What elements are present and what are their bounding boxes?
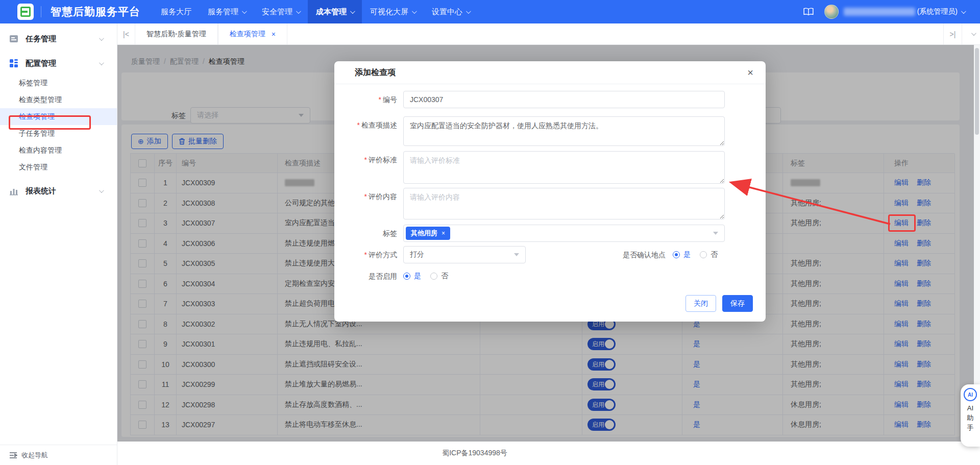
chevron-down-icon [961,9,966,14]
desc-textarea[interactable]: 室内应配置适当的安全防护器材，使用人应熟悉其使用方法。 [403,116,725,146]
field-row-desc: *检查项描述 室内应配置适当的安全防护器材，使用人应熟悉其使用方法。 [334,116,766,146]
required-asterisk: * [364,156,367,164]
tabs-scroll-right-icon[interactable]: >| [943,23,962,44]
code-label: 编号 [383,95,397,104]
tab-close-icon[interactable]: × [272,30,276,38]
task-icon [9,34,18,43]
enabled-label: 是否启用 [369,272,397,280]
tags-label: 标签 [383,229,397,237]
sidebar-submenu: 标签管理 检查类型管理 检查项管理 子任务管理 检查内容管理 文件管理 [0,75,117,176]
field-row-code: *编号 [334,91,766,108]
caret-down-icon [514,253,519,256]
chevron-down-icon [296,9,301,14]
sidebar: 任务管理 配置管理 标签管理 检查类型管理 检查项管理 子任务管理 检查内容管理… [0,23,117,465]
method-label: 评价方式 [369,251,397,259]
sidebar-item-subtask-mgmt[interactable]: 子任务管理 [0,125,117,142]
app-title: 智慧后勤服务平台 [51,5,140,19]
field-row-enabled: 是否启用 是 否 [334,267,766,285]
remove-tag-icon[interactable]: × [442,230,445,237]
vertical-scrollbar[interactable] [974,45,980,442]
sidebar-group-config-mgmt[interactable]: 配置管理 [0,52,117,75]
dialog-footer: 关闭 保存 [685,295,753,312]
required-asterisk: * [364,192,367,201]
nav-item-settings[interactable]: 设置中心 [424,0,478,23]
confirm-location-no-radio[interactable] [700,251,707,258]
manual-book-icon[interactable] [803,8,814,16]
enabled-no-radio[interactable] [430,273,437,280]
icp-record-text: 蜀ICP备19034998号 [403,449,546,458]
enabled-group: 是 否 [403,267,457,285]
nav-item-dashboard[interactable]: 可视化大屏 [362,0,424,23]
selected-tag-chip: 其他用房 × [406,227,450,240]
divider [41,6,41,17]
chevron-down-icon [99,188,104,193]
user-role-label[interactable]: (系统管理员) [917,7,958,16]
tab-check-item-mgmt[interactable]: 检查项管理 × [218,23,287,44]
field-row-content: *评价内容 [334,188,766,219]
sidebar-group-report-stats[interactable]: 报表统计 [0,180,117,202]
user-avatar[interactable] [824,5,839,19]
navbar-right: (系统管理员) [803,0,965,23]
field-row-method: *评价方式 打分 是否确认地点 是 否 [334,246,766,263]
chevron-down-icon [99,60,104,65]
confirm-location-group: 是否确认地点 是 否 [623,246,727,263]
enabled-yes-radio[interactable] [403,273,410,280]
chevron-down-icon [99,36,104,41]
close-button[interactable]: 关闭 [685,295,716,312]
nav-item-cost-mgmt[interactable]: 成本管理 [308,0,362,23]
required-asterisk: * [364,251,367,259]
bar-chart-icon [9,186,18,195]
collapse-nav-button[interactable]: 收起导航 [0,445,117,465]
confirm-location-yes-radio[interactable] [673,251,680,258]
chevron-down-icon [242,9,247,14]
sidebar-item-check-type-mgmt[interactable]: 检查类型管理 [0,91,117,108]
tags-multiselect[interactable]: 其他用房 × [403,225,725,242]
tabs-menu-icon[interactable] [962,23,980,44]
chevron-down-icon [412,9,417,14]
sidebar-group-task-mgmt[interactable]: 任务管理 [0,28,117,50]
standard-label: 评价标准 [369,156,397,164]
sidebar-item-check-item-mgmt[interactable]: 检查项管理 [0,108,117,125]
dialog-close-icon[interactable]: × [747,67,753,78]
config-icon [9,59,18,68]
scrollbar-thumb[interactable] [975,48,979,135]
ai-assistant-icon: AI [964,388,977,401]
save-button[interactable]: 保存 [722,295,753,312]
collapse-nav-icon [9,452,17,459]
required-asterisk: * [357,121,360,129]
page-footer: 蜀ICP备19034998号 [117,442,980,465]
user-name-redacted [844,8,915,16]
required-asterisk: * [379,95,381,104]
add-check-item-dialog: 添加检查项 × *编号 *检查项描述 室内应配置适当的安全防护器材，使用人应熟悉… [334,61,766,322]
nav-item-safety-mgmt[interactable]: 安全管理 [254,0,308,23]
method-select[interactable]: 打分 [403,246,526,263]
main-menu: 服务大厅 服务管理 安全管理 成本管理 可视化大屏 设置中心 [153,0,478,23]
content-textarea[interactable] [403,188,725,219]
content-label: 评价内容 [369,192,397,201]
code-input[interactable] [403,91,725,108]
dialog-title: 添加检查项 [355,67,396,78]
sidebar-item-file-mgmt[interactable]: 文件管理 [0,159,117,176]
caret-down-icon [713,232,718,235]
dialog-header: 添加检查项 × [334,61,766,84]
chevron-down-icon [466,9,471,14]
sidebar-item-check-content-mgmt[interactable]: 检查内容管理 [0,142,117,159]
field-row-standard: *评价标准 [334,151,766,184]
field-row-tags: 标签 其他用房 × [334,225,766,242]
app-window: 智慧后勤服务平台 服务大厅 服务管理 安全管理 成本管理 可视化大屏 设置中心 … [0,0,980,465]
nav-item-service-hall[interactable]: 服务大厅 [153,0,200,23]
desc-label: 检查项描述 [361,121,397,129]
tab-bar: |< 智慧后勤-质量管理 检查项管理 × >| [117,23,980,45]
top-navbar: 智慧后勤服务平台 服务大厅 服务管理 安全管理 成本管理 可视化大屏 设置中心 … [0,0,980,23]
confirm-location-label: 是否确认地点 [623,246,666,263]
ai-assistant-widget[interactable]: AI AI 助 手 [961,384,980,447]
chevron-down-icon [350,9,355,14]
sidebar-item-tag-mgmt[interactable]: 标签管理 [0,75,117,91]
nav-item-service-mgmt[interactable]: 服务管理 [200,0,254,23]
tabs-scroll-left-icon[interactable]: |< [117,23,135,44]
standard-textarea[interactable] [403,151,725,184]
tab-quality-mgmt[interactable]: 智慧后勤-质量管理 [135,23,218,44]
app-logo-icon [17,4,34,20]
